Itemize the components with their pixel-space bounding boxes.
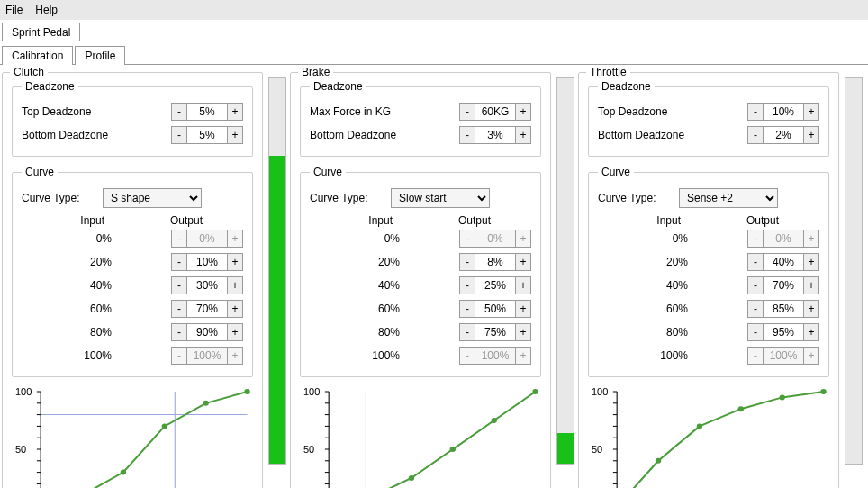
input-value: 0% <box>598 232 706 245</box>
minus-button[interactable]: - <box>747 276 764 294</box>
deadzone-bot-stepper[interactable]: -3%+ <box>459 126 531 144</box>
stepper-value: 5% <box>187 103 227 121</box>
input-value: 100% <box>310 349 418 362</box>
input-value: 20% <box>22 256 130 268</box>
plus-button: + <box>515 230 531 248</box>
output-stepper[interactable]: -70%+ <box>171 300 243 318</box>
minus-button[interactable]: - <box>459 300 475 318</box>
plus-button[interactable]: + <box>803 323 819 341</box>
sub-tabstrip: Calibration Profile <box>0 45 868 65</box>
gauge-fill <box>557 433 574 464</box>
svg-point-59 <box>779 394 784 400</box>
deadzone-group: DeadzoneMax Force in KG-60KG+Bottom Dead… <box>300 80 541 157</box>
ytick-100: 100 <box>303 386 320 397</box>
curve-type-select[interactable]: S shape <box>103 188 202 208</box>
output-stepper[interactable]: -95%+ <box>747 323 819 341</box>
minus-button[interactable]: - <box>459 103 475 121</box>
plus-button[interactable]: + <box>515 126 531 144</box>
minus-button[interactable]: - <box>171 323 187 341</box>
minus-button[interactable]: - <box>747 103 764 121</box>
curve-group: CurveCurve Type:Sense +2InputOutput0%-0%… <box>588 166 829 377</box>
plus-button[interactable]: + <box>227 103 243 121</box>
deadzone-legend: Deadzone <box>22 80 78 93</box>
plus-button[interactable]: + <box>515 300 531 318</box>
deadzone-top-label: Top Deadzone <box>22 105 171 118</box>
menu-help[interactable]: Help <box>35 4 58 16</box>
output-stepper[interactable]: -8%+ <box>459 253 531 271</box>
ytick-50: 50 <box>15 444 26 455</box>
tab-profile[interactable]: Profile <box>75 46 125 65</box>
output-stepper[interactable]: -90%+ <box>171 323 243 341</box>
plus-button[interactable]: + <box>515 103 531 121</box>
minus-button[interactable]: - <box>459 323 475 341</box>
minus-button[interactable]: - <box>747 253 764 271</box>
minus-button[interactable]: - <box>459 253 475 271</box>
plus-button[interactable]: + <box>803 300 819 318</box>
deadzone-top-stepper[interactable]: -5%+ <box>171 103 243 121</box>
input-value: 80% <box>310 326 418 339</box>
tab-calibration[interactable]: Calibration <box>2 46 73 65</box>
plus-button[interactable]: + <box>227 253 243 271</box>
curve-row: 20%-40%+ <box>598 250 819 274</box>
output-stepper[interactable]: -75%+ <box>459 323 531 341</box>
curve-group: CurveCurve Type:Slow startInputOutput0%-… <box>300 166 541 377</box>
minus-button[interactable]: - <box>747 126 764 144</box>
minus-button[interactable]: - <box>747 300 764 318</box>
svg-point-38 <box>409 475 414 481</box>
plus-button[interactable]: + <box>227 126 243 144</box>
plus-button[interactable]: + <box>227 323 243 341</box>
input-value: 60% <box>598 303 706 315</box>
curve-type-select[interactable]: Sense +2 <box>679 188 778 208</box>
plus-button[interactable]: + <box>803 253 819 271</box>
plus-button[interactable]: + <box>515 323 531 341</box>
minus-button[interactable]: - <box>171 253 187 271</box>
minus-button[interactable]: - <box>171 103 187 121</box>
plus-button[interactable]: + <box>803 103 819 121</box>
output-stepper[interactable]: -85%+ <box>747 300 819 318</box>
deadzone-group: DeadzoneTop Deadzone-5%+Bottom Deadzone-… <box>12 80 253 157</box>
stepper-value: 60KG <box>475 103 515 121</box>
input-value: 80% <box>598 326 706 339</box>
curve-type-select[interactable]: Slow start <box>391 188 490 208</box>
svg-point-58 <box>738 406 744 411</box>
minus-button[interactable]: - <box>747 323 764 341</box>
curve-row: 0%-0%+ <box>598 227 819 250</box>
curve-row: 100%-100%+ <box>310 344 531 367</box>
curve-chart: 10050 <box>588 386 829 488</box>
deadzone-bot-stepper[interactable]: -5%+ <box>171 126 243 144</box>
plus-button[interactable]: + <box>803 126 819 144</box>
plus-button[interactable]: + <box>227 276 243 294</box>
minus-button[interactable]: - <box>171 126 187 144</box>
plus-button[interactable]: + <box>515 253 531 271</box>
gauge-fill <box>269 156 285 464</box>
output-stepper[interactable]: -30%+ <box>171 276 243 294</box>
curve-legend: Curve <box>310 166 346 178</box>
curve-row: 100%-100%+ <box>598 344 819 367</box>
plus-button[interactable]: + <box>515 276 531 294</box>
curve-legend: Curve <box>598 166 634 178</box>
output-stepper: -100%+ <box>747 347 819 365</box>
curve-row: 40%-70%+ <box>598 274 819 297</box>
deadzone-bot-stepper[interactable]: -2%+ <box>747 126 819 144</box>
output-stepper[interactable]: -10%+ <box>171 253 243 271</box>
curve-row: 60%-85%+ <box>598 297 819 321</box>
stepper-value: 0% <box>475 230 515 248</box>
minus-button[interactable]: - <box>171 300 187 318</box>
stepper-value: 70% <box>764 276 803 294</box>
plus-button[interactable]: + <box>803 276 819 294</box>
tab-sprint-pedal[interactable]: Sprint Pedal <box>2 23 80 41</box>
plus-button[interactable]: + <box>227 300 243 318</box>
output-stepper[interactable]: -70%+ <box>747 276 819 294</box>
minus-button[interactable]: - <box>459 126 475 144</box>
minus-button: - <box>459 347 475 365</box>
menu-file[interactable]: File <box>5 4 23 16</box>
output-stepper[interactable]: -25%+ <box>459 276 531 294</box>
minus-button[interactable]: - <box>171 276 187 294</box>
output-stepper[interactable]: -40%+ <box>747 253 819 271</box>
minus-button[interactable]: - <box>459 276 475 294</box>
app-tabstrip: Sprint Pedal <box>0 22 868 41</box>
output-stepper[interactable]: -50%+ <box>459 300 531 318</box>
deadzone-top-stepper[interactable]: -10%+ <box>747 103 819 121</box>
deadzone-top-stepper[interactable]: -60KG+ <box>459 103 531 121</box>
stepper-value: 30% <box>187 276 227 294</box>
